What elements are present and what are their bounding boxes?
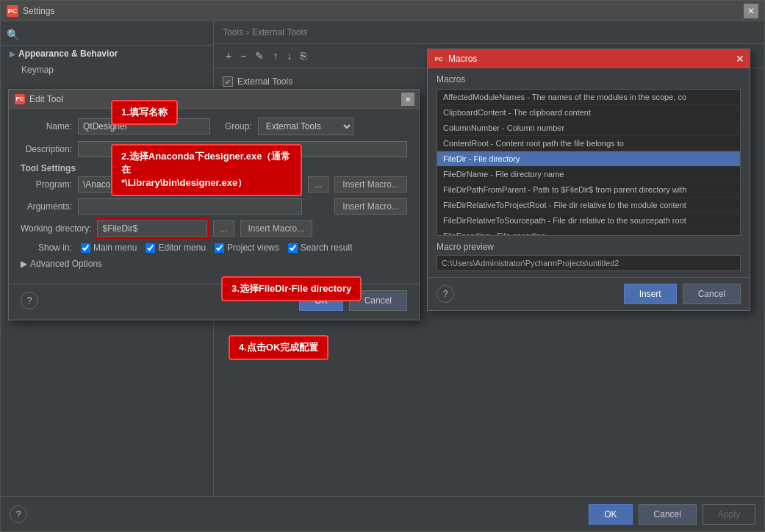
edit-tool-dialog-icon: PC	[15, 94, 25, 104]
arguments-input[interactable]	[78, 198, 302, 215]
edit-tool-dialog-close-button[interactable]: ✕	[401, 93, 414, 106]
search-bar: 🔍	[1, 24, 213, 46]
callout-step3: 3.选择FileDir-File directory	[221, 276, 362, 301]
group-select[interactable]: External Tools	[258, 118, 353, 135]
macro-preview-section: Macro preview C:\Users\Administrator\Pyc…	[437, 242, 741, 271]
breadcrumb-separator: ›	[246, 27, 249, 37]
search-result-checkbox[interactable]	[288, 243, 298, 253]
edit-tool-dialog-title-bar: PC Edit Tool ✕	[9, 90, 419, 109]
working-dir-insert-macro-button[interactable]: Insert Macro...	[240, 220, 313, 237]
group-label: Group:	[225, 121, 252, 132]
macros-insert-button[interactable]: Insert	[624, 284, 677, 304]
macros-list-item[interactable]: ContentRoot - Content root path the file…	[437, 136, 740, 151]
remove-tool-button[interactable]: −	[237, 48, 249, 63]
edit-tool-dialog-body: Name: Group: External Tools Description:…	[9, 109, 419, 284]
name-label: Name:	[21, 121, 72, 132]
macros-dialog-icon: PC	[434, 54, 444, 64]
working-directory-row: Working directory: ... Insert Macro...	[21, 220, 407, 237]
window-icon: PC	[7, 5, 18, 17]
description-label: Description:	[21, 144, 72, 154]
macros-dialog-title: Macros	[448, 54, 477, 64]
macros-list-item[interactable]: AffectedModuleNames - The names of the m…	[437, 90, 740, 105]
advanced-options-toggle[interactable]: ▶ Advanced Options	[21, 259, 407, 269]
ok-button[interactable]: OK	[589, 504, 632, 525]
macros-list-item[interactable]: FileDirRelativeToProjectRoot - File dir …	[437, 198, 740, 213]
sidebar-item-label: Keymap	[21, 65, 54, 75]
macros-list-item[interactable]: FileDirPathFromParent - Path to $FileDir…	[437, 182, 740, 198]
macros-list: AffectedModuleNames - The names of the m…	[437, 89, 741, 236]
show-in-label: Show in:	[21, 242, 72, 253]
breadcrumb-root: Tools	[223, 27, 243, 37]
advanced-label: Advanced Options	[30, 259, 102, 269]
external-tools-checkbox[interactable]	[223, 76, 233, 87]
sidebar-item-keymap[interactable]: Keymap	[1, 62, 213, 78]
working-dir-input[interactable]	[97, 220, 207, 237]
edit-tool-help-button[interactable]: ?	[21, 292, 38, 309]
callout-step2-text: 2.选择Anaconda下designer.exe（通常在*\Library\b…	[121, 151, 290, 188]
macros-help-button[interactable]: ?	[437, 285, 454, 303]
macros-dialog-close-button[interactable]: ✕	[730, 49, 750, 68]
search-input[interactable]	[24, 29, 207, 40]
macros-dialog-title-bar: PC Macros ✕	[428, 49, 750, 68]
advanced-arrow-icon: ▶	[21, 259, 27, 269]
cancel-button[interactable]: Cancel	[639, 504, 697, 525]
macro-preview-label: Macro preview	[437, 242, 741, 252]
working-dir-label: Working directory:	[21, 223, 91, 234]
macros-list-item[interactable]: FileDirName - File directory name	[437, 167, 740, 182]
window-close-button[interactable]: ✕	[744, 4, 758, 18]
main-menu-checkbox[interactable]	[81, 243, 90, 253]
external-tools-label: External Tools	[237, 76, 292, 87]
editor-menu-checkbox-label[interactable]: Editor menu	[146, 242, 206, 253]
callout-step2: 2.选择Anaconda下designer.exe（通常在*\Library\b…	[111, 144, 302, 196]
window-title: Settings	[23, 6, 54, 16]
breadcrumb: Tools › External Tools	[214, 21, 764, 44]
show-in-row: Show in: Main menu Editor menu Project v…	[21, 242, 407, 253]
project-views-checkbox[interactable]	[215, 243, 224, 253]
settings-window: PC Settings ✕ 🔍 ▶ Appearance & Behavior …	[0, 0, 765, 532]
apply-button[interactable]: Apply	[703, 504, 755, 525]
macros-cancel-button[interactable]: Cancel	[683, 284, 741, 304]
sidebar-item-label: Appearance & Behavior	[18, 48, 118, 59]
macros-list-item[interactable]: ColumnNumber - Column number	[437, 121, 740, 136]
program-label: Program:	[21, 179, 72, 190]
move-up-button[interactable]: ↑	[270, 48, 281, 63]
add-tool-button[interactable]: +	[223, 48, 234, 63]
editor-menu-checkbox[interactable]	[146, 243, 155, 253]
expand-arrow-icon: ▶	[10, 50, 15, 58]
macros-list-item[interactable]: ClipboardContent - The clipboard content	[437, 105, 740, 121]
arguments-row: Arguments: ... Insert Macro...	[21, 198, 407, 215]
edit-tool-dialog-title: Edit Tool	[29, 94, 63, 104]
program-browse-button[interactable]: ...	[308, 176, 328, 193]
macros-list-item[interactable]: FileEncoding - File encoding	[437, 229, 740, 236]
macros-dialog-body: Macros AffectedModuleNames - The names o…	[428, 68, 750, 277]
main-menu-checkbox-label[interactable]: Main menu	[81, 242, 137, 253]
search-icon: 🔍	[7, 29, 19, 40]
edit-tool-button[interactable]: ✎	[252, 48, 267, 63]
macro-preview-value: C:\Users\Administrator\PycharmProjects\u…	[437, 255, 741, 271]
program-insert-macro-button[interactable]: Insert Macro...	[334, 176, 407, 193]
arguments-insert-macro-button[interactable]: Insert Macro...	[334, 198, 407, 215]
callout-step1: 1.填写名称	[111, 100, 178, 125]
working-dir-browse-button[interactable]: ...	[213, 220, 234, 237]
help-button[interactable]: ?	[10, 506, 27, 523]
bottom-bar: ? OK Cancel Apply	[1, 496, 764, 531]
copy-tool-button[interactable]: ⎘	[298, 48, 309, 63]
sidebar-item-appearance[interactable]: ▶ Appearance & Behavior	[1, 46, 213, 62]
project-views-checkbox-label[interactable]: Project views	[215, 242, 279, 253]
arguments-label: Arguments:	[21, 201, 72, 212]
macros-list-item[interactable]: FileDirRelativeToSourcepath - File dir r…	[437, 213, 740, 229]
macros-section-label: Macros	[437, 74, 741, 85]
breadcrumb-current: External Tools	[252, 27, 307, 37]
move-down-button[interactable]: ↓	[284, 48, 295, 63]
macros-dialog-footer: ? Insert Cancel	[428, 277, 750, 310]
macros-filedir-item[interactable]: FileDir - File directory	[437, 151, 740, 167]
title-bar: PC Settings ✕	[1, 1, 764, 21]
search-result-checkbox-label[interactable]: Search result	[288, 242, 353, 253]
callout-step4: 4.点击OK完成配置	[229, 335, 328, 360]
macros-dialog: PC Macros ✕ Macros AffectedModuleNames -…	[427, 48, 750, 311]
name-row: Name: Group: External Tools	[21, 118, 407, 135]
